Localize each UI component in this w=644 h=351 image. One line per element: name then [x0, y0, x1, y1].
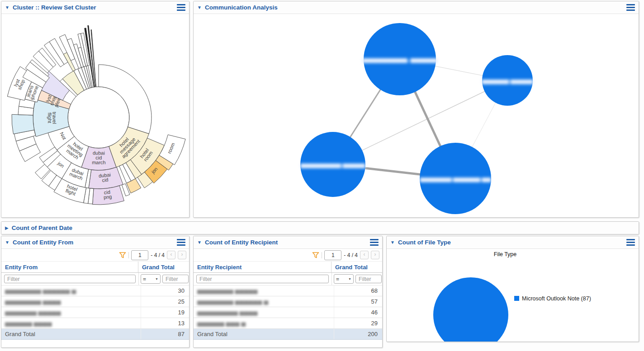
row-value: 19 — [141, 307, 189, 318]
name-filter-input[interactable] — [196, 275, 329, 283]
page-number-input[interactable] — [324, 250, 341, 260]
collapse-caret-icon[interactable]: ▼ — [197, 240, 202, 245]
panel-title: Count of File Type — [398, 239, 626, 246]
table-body: ▅▅▅▅▅▅▅▅ ▅▅▅▅▅68▅▅▅▅▅▅▅▅ ▅▅▅▅▅▅ ▅57▅▅▅▅▅… — [194, 285, 382, 340]
row-value: 46 — [334, 307, 382, 318]
legend-label: Microsoft Outlook Note (87) — [522, 295, 591, 302]
row-name-blurred: ▅▅▅▅▅▅▅▅ ▅▅▅▅ — [1, 298, 141, 305]
table-filter-row: = ▼ — [1, 273, 189, 285]
legend-swatch — [514, 296, 519, 301]
column-header-entity-from[interactable]: Entity From — [1, 264, 138, 271]
row-value: 25 — [141, 296, 189, 307]
table-row[interactable]: ▅▅▅▅▅▅▅▅ ▅▅▅▅▅▅ ▅30 — [1, 285, 189, 296]
prev-page-button[interactable]: ‹ — [167, 251, 175, 259]
row-name-blurred: ▅▅▅▅▅▅ ▅▅▅▅ — [1, 320, 141, 327]
grand-total-row[interactable]: Grand Total200 — [194, 329, 382, 340]
table-row[interactable]: ▅▅▅▅▅▅▅▅▅ ▅▅▅▅46 — [194, 307, 382, 318]
operator-value: = — [336, 276, 339, 282]
table-column-headers: Entity Recipient Grand Total — [194, 262, 382, 273]
panel-parent-date-header: ▶ Count of Parent Date — [1, 222, 639, 234]
sunburst-chart[interactable]: hotelmessageagreementdubaicidmarchhotelm… — [1, 14, 189, 218]
page-range-label: - 4 / 4 — [344, 252, 358, 258]
pie-legend: Microsoft Outlook Note (87) — [514, 295, 591, 302]
value-filter-input[interactable] — [355, 275, 382, 283]
panel-entity-from-header: ▼ Count of Entity From — [1, 236, 189, 249]
row-name-blurred: ▅▅▅▅▅▅▅ ▅▅▅▅▅ — [1, 309, 141, 316]
panel-parent-date[interactable]: ▶ Count of Parent Date — [1, 221, 639, 234]
expand-caret-icon[interactable]: ▶ — [5, 225, 9, 230]
chevron-down-icon: ▼ — [348, 277, 351, 281]
grand-total-row[interactable]: Grand Total87 — [1, 329, 189, 340]
panel-title: Count of Parent Date — [12, 225, 635, 231]
menu-icon[interactable] — [626, 239, 635, 246]
page-number-input[interactable] — [131, 250, 148, 260]
grand-total-value: 200 — [334, 329, 382, 339]
panel-title: Count of Entity From — [13, 239, 177, 246]
panel-entity-from: ▼ Count of Entity From - 4 / 4 ‹ › Entit… — [1, 236, 189, 348]
column-header-grand-total[interactable]: Grand Total — [138, 262, 189, 272]
panel-communication: ▼ Communication Analysis ▅▅▅▅▅▅▅▅▅▅, ▅▅▅… — [193, 1, 639, 218]
panel-file-type: ▼ Count of File Type File Type 100.0% Mi… — [386, 236, 639, 342]
panel-title: Count of Entity Recipient — [205, 239, 370, 246]
table-row[interactable]: ▅▅▅▅▅▅▅▅ ▅▅▅▅▅▅ ▅57 — [194, 296, 382, 307]
name-filter-input[interactable] — [4, 275, 136, 283]
table-row[interactable]: ▅▅▅▅▅▅▅ ▅▅▅▅▅19 — [1, 307, 189, 318]
table-toolbar: - 4 / 4 ‹ › — [194, 249, 382, 262]
row-name-blurred: ▅▅▅▅▅▅▅▅ ▅▅▅▅▅▅ ▅ — [194, 298, 334, 305]
network-node-label-blurred: ▅▅▅▅▅▅▅▅▅▅, ▅▅▅▅▅▅ — [361, 56, 438, 63]
sunburst-segment[interactable] — [99, 65, 152, 134]
toolbar-divider — [322, 252, 322, 258]
panel-file-type-header: ▼ Count of File Type — [387, 236, 639, 249]
table-row[interactable]: ▅▅▅▅▅▅ ▅▅▅▅13 — [1, 318, 189, 329]
table-row[interactable]: ▅▅▅▅▅▅▅▅ ▅▅▅▅▅68 — [194, 285, 382, 296]
filter-operator-select[interactable]: = ▼ — [334, 274, 354, 284]
menu-icon[interactable] — [370, 239, 379, 246]
row-name-blurred: ▅▅▅▅▅▅▅▅ ▅▅▅▅▅ — [194, 287, 334, 294]
toolbar-divider — [128, 252, 129, 258]
row-value: 68 — [334, 285, 382, 296]
collapse-caret-icon[interactable]: ▼ — [5, 240, 9, 245]
menu-icon[interactable] — [177, 239, 185, 246]
menu-icon[interactable] — [177, 4, 185, 11]
network-node-label-blurred: ▅▅▅▅▅▅ ▅▅▅▅▅ — [481, 77, 534, 84]
next-page-button[interactable]: › — [371, 251, 379, 259]
column-header-grand-total[interactable]: Grand Total — [331, 262, 382, 272]
sunburst-label: travelflight — [47, 112, 57, 124]
row-value: 57 — [334, 296, 382, 307]
pie-percentage-label: 100.0% — [461, 341, 481, 342]
panel-cluster-header: ▼ Cluster :: Review Set Cluster — [1, 1, 189, 14]
collapse-caret-icon[interactable]: ▼ — [390, 240, 395, 245]
collapse-caret-icon[interactable]: ▼ — [197, 5, 202, 10]
panel-title: Communication Analysis — [205, 4, 626, 11]
table-toolbar: - 4 / 4 ‹ › — [1, 249, 189, 262]
chevron-down-icon: ▼ — [155, 277, 158, 281]
page-range-label: - 4 / 4 — [151, 252, 165, 258]
sunburst-hole — [68, 87, 129, 148]
filter-funnel-icon[interactable] — [312, 252, 319, 259]
table-body: ▅▅▅▅▅▅▅▅ ▅▅▅▅▅▅ ▅30▅▅▅▅▅▅▅▅ ▅▅▅▅25▅▅▅▅▅▅… — [1, 285, 189, 340]
column-header-entity-recipient[interactable]: Entity Recipient — [194, 264, 331, 271]
filter-funnel-icon[interactable] — [119, 252, 126, 259]
panel-cluster: ▼ Cluster :: Review Set Cluster hotelmes… — [1, 1, 189, 218]
menu-icon[interactable] — [626, 4, 635, 11]
row-value: 30 — [141, 285, 189, 296]
row-value: 29 — [334, 318, 382, 328]
communication-network-chart[interactable]: ▅▅▅▅▅▅▅▅▅▅, ▅▅▅▅▅▅▅▅▅▅▅▅ ▅▅▅▅▅▅▅▅▅▅▅▅▅▅ … — [194, 14, 639, 218]
pie-slice-microsoft-outlook-note[interactable] — [433, 277, 508, 342]
value-filter-input[interactable] — [162, 275, 189, 283]
table-row[interactable]: ▅▅▅▅▅▅▅▅ ▅▅▅▅25 — [1, 296, 189, 307]
prev-page-button[interactable]: ‹ — [360, 251, 369, 259]
operator-value: = — [143, 276, 146, 282]
row-name-blurred: ▅▅▅▅▅▅ ▅▅▅ ▅ — [194, 320, 334, 327]
table-column-headers: Entity From Grand Total — [1, 262, 189, 273]
filter-operator-select[interactable]: = ▼ — [141, 274, 161, 284]
table-filter-row: = ▼ — [194, 273, 382, 285]
panel-entity-recipient-header: ▼ Count of Entity Recipient — [194, 236, 382, 249]
next-page-button[interactable]: › — [178, 251, 186, 259]
table-row[interactable]: ▅▅▅▅▅▅ ▅▅▅ ▅29 — [194, 318, 382, 329]
file-type-pie-chart[interactable]: 100.0% — [387, 248, 639, 342]
row-name-blurred: ▅▅▅▅▅▅▅▅▅ ▅▅▅▅ — [194, 309, 334, 316]
collapse-caret-icon[interactable]: ▼ — [5, 5, 9, 10]
network-node-label-blurred: ▅▅▅▅▅▅▅ ▅▅▅▅▅▅ ▅▅ — [419, 175, 491, 183]
network-node-label-blurred: ▅▅▅▅▅▅▅▅▅ ▅▅▅▅▅ — [300, 161, 366, 168]
